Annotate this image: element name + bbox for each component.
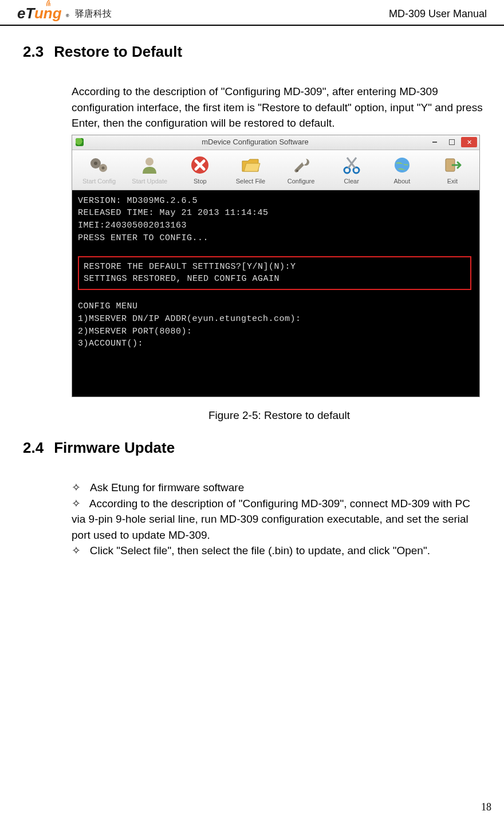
user-icon [138,154,161,176]
brand-logo: eTung ® [17,5,69,22]
clear-button[interactable]: Clear [327,152,376,189]
toolbar-label: Start Config [82,177,116,186]
start-update-button[interactable]: Start Update [125,152,174,189]
terminal-info-block: VERSION: MD309MG.2.6.5 RELEASED TIME: Ma… [78,195,474,245]
start-config-button[interactable]: Start Config [74,152,124,189]
logo-chinese: 驿唐科技 [75,8,112,20]
toolbar-label: Exit [447,177,458,186]
toolbar-label: Select File [236,177,265,186]
terminal-line: CONFIG MENU [78,300,474,313]
section-2-4-heading: 2.4 Firmware Update [23,439,487,457]
app-toolbar: Start Config Start Update [72,150,479,190]
titlebar-left [76,138,84,146]
terminal-line: PRESS ENTER TO CONFIG... [78,232,474,245]
diamond-bullet-icon: ✧ [72,544,81,557]
configure-button[interactable]: Configure [277,152,326,189]
window-controls [427,137,477,147]
logo-text-orange: ung [34,5,62,22]
section-title: Firmware Update [54,439,175,457]
bullet-text: According to the description of "Configu… [72,497,470,541]
minimize-button[interactable] [427,137,443,147]
bullet-item: ✧ Click "Select file", then select the f… [72,543,487,559]
exit-button[interactable]: Exit [428,152,477,189]
exit-icon [441,154,464,176]
section-number: 2.3 [23,43,44,61]
logo-block: eTung ® 驿唐科技 [17,5,112,22]
scissors-icon [340,154,363,176]
wrench-icon [290,154,313,176]
folder-icon [239,154,262,176]
antenna-icon [46,0,54,7]
toolbar-label: About [393,177,410,186]
bullet-text: Click "Select file", then select the fil… [90,544,430,557]
toolbar-label: Stop [194,177,207,186]
maximize-button[interactable] [444,137,460,147]
svg-point-3 [102,166,105,169]
svg-point-4 [145,158,153,166]
terminal-line: SETTINGS RESTORED, NEED CONFIG AGAIN [84,273,466,285]
gears-icon [88,154,111,176]
close-button[interactable] [461,137,477,147]
logo-text-black: eT [17,5,34,22]
page-content: 2.3 Restore to Default According to the … [0,26,504,559]
terminal-output: VERSION: MD309MG.2.6.5 RELEASED TIME: Ma… [72,190,479,397]
bullet-item: ✧ According to the description of "Confi… [72,496,487,543]
section-title: Restore to Default [54,43,182,61]
section-number: 2.4 [23,439,44,457]
registered-mark: ® [66,13,69,18]
document-title: MD-309 User Manual [389,8,487,22]
app-icon [76,138,84,146]
app-window: mDevice Configuration Software [72,135,480,397]
section-2-4-body: ✧ Ask Etung for firmware software ✧ Acco… [72,480,487,559]
bullet-item: ✧ Ask Etung for firmware software [72,480,487,496]
terminal-line: 3)ACCOUNT(): [78,338,474,350]
figure-2-5-caption: Figure 2-5: Restore to default [72,407,487,424]
svg-point-1 [94,162,97,165]
section-2-3-heading: 2.3 Restore to Default [23,43,487,61]
window-titlebar: mDevice Configuration Software [72,135,479,150]
terminal-line: IMEI:240305002013163 [78,220,474,232]
terminal-line: VERSION: MD309MG.2.6.5 [78,195,474,207]
terminal-highlight-box: RESTORE THE DEFAULT SETTINGS?[Y/N](N):Y … [78,256,471,291]
toolbar-label: Start Update [132,177,167,186]
terminal-menu-block: CONFIG MENU 1)MSERVER DN/IP ADDR(eyun.et… [78,300,474,350]
toolbar-label: Clear [344,177,359,186]
terminal-line: 2)MSERVER PORT(8080): [78,326,474,338]
section-2-3-body: According to the description of "Configu… [72,84,487,423]
page-header: eTung ® 驿唐科技 MD-309 User Manual [0,0,504,26]
terminal-line: RELEASED TIME: May 21 2013 11:14:45 [78,207,474,220]
section-2-3-paragraph: According to the description of "Configu… [72,84,487,131]
bullet-text: Ask Etung for firmware software [90,480,487,496]
toolbar-label: Configure [288,177,315,186]
select-file-button[interactable]: Select File [226,152,275,189]
window-title: mDevice Configuration Software [84,137,427,148]
terminal-line: 1)MSERVER DN/IP ADDR(eyun.etungtech.com)… [78,313,474,326]
stop-x-icon [188,154,211,176]
svg-point-6 [296,170,298,172]
globe-icon [391,154,414,176]
diamond-bullet-icon: ✧ [72,497,81,510]
diamond-bullet-icon: ✧ [72,480,81,496]
terminal-line: RESTORE THE DEFAULT SETTINGS?[Y/N](N):Y [84,261,466,273]
about-button[interactable]: About [377,152,427,189]
stop-button[interactable]: Stop [175,152,225,189]
